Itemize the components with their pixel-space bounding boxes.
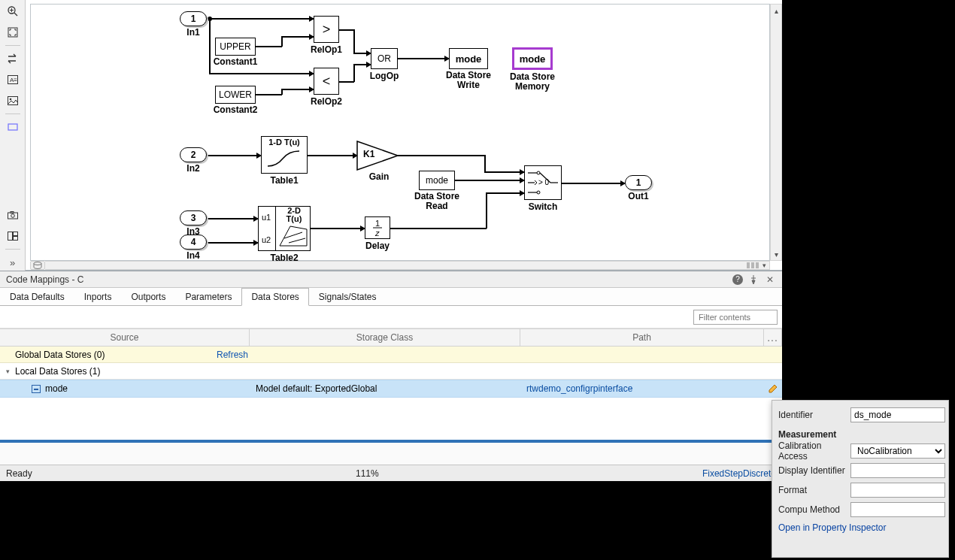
tab-signals-states[interactable]: Signals/States bbox=[309, 288, 387, 305]
calibration-label: Calibration Access bbox=[778, 440, 846, 462]
svg-rect-13 bbox=[8, 232, 12, 241]
text-table1: 1-D T(u) bbox=[262, 137, 307, 147]
port-in4[interactable]: 4 bbox=[180, 235, 207, 250]
block-table2[interactable]: u1 u2 2-D T(u) bbox=[258, 206, 311, 251]
tab-data-defaults[interactable]: Data Defaults bbox=[0, 288, 74, 305]
text-box-icon[interactable]: A≡ bbox=[4, 71, 22, 88]
label-table1: Table1 bbox=[264, 175, 305, 186]
block-dswrite[interactable]: mode bbox=[449, 48, 488, 69]
tab-inports[interactable]: Inports bbox=[74, 288, 122, 305]
svg-line-1 bbox=[14, 13, 17, 16]
block-dsread[interactable]: mode bbox=[419, 171, 455, 190]
svg-text:1: 1 bbox=[375, 219, 380, 228]
svg-rect-15 bbox=[13, 237, 17, 241]
property-popup: Identifier Measurement Calibration Acces… bbox=[772, 400, 949, 558]
app-window: A≡ » 1 In1 UPPER Constant1 LOWER Constan… bbox=[0, 0, 782, 481]
block-delay[interactable]: 1z bbox=[365, 216, 390, 239]
section-global-label: Global Data Stores (0) bbox=[15, 350, 105, 360]
section-global[interactable]: Global Data Stores (0) Refresh bbox=[0, 347, 782, 363]
block-gain[interactable] bbox=[356, 140, 401, 171]
datastore-icon[interactable] bbox=[30, 261, 45, 270]
svg-text:z: z bbox=[374, 229, 380, 238]
port-in3[interactable]: 3 bbox=[180, 210, 207, 226]
svg-line-24 bbox=[280, 226, 290, 246]
label-dsmem: Data Store Memory bbox=[508, 72, 557, 92]
text-u2: u2 bbox=[262, 235, 271, 244]
port-out1[interactable]: 1 bbox=[625, 175, 652, 190]
refresh-link[interactable]: Refresh bbox=[217, 350, 248, 360]
svg-point-8 bbox=[9, 98, 11, 101]
label-out1: Out1 bbox=[626, 191, 651, 201]
col-storage[interactable]: Storage Class bbox=[250, 329, 520, 346]
label-delay: Delay bbox=[362, 241, 393, 251]
edit-button[interactable] bbox=[764, 383, 782, 394]
help-icon[interactable]: ? bbox=[732, 274, 743, 285]
svg-rect-9 bbox=[8, 124, 17, 130]
calibration-select[interactable]: NoCalibration bbox=[850, 443, 945, 459]
pin-icon[interactable] bbox=[747, 274, 759, 286]
port-num: 1 bbox=[636, 177, 641, 188]
cell-path[interactable]: rtwdemo_configrpinterface bbox=[520, 383, 764, 394]
rect-icon[interactable] bbox=[4, 119, 22, 135]
tab-parameters[interactable]: Parameters bbox=[175, 288, 241, 305]
model-canvas[interactable]: 1 In1 UPPER Constant1 LOWER Constant2 > … bbox=[30, 4, 770, 261]
datastore-row-icon bbox=[32, 385, 41, 393]
block-dsmemory[interactable]: mode bbox=[512, 47, 553, 70]
filter-row bbox=[0, 306, 782, 328]
block-table1[interactable]: 1-D T(u) bbox=[261, 136, 308, 174]
block-relop2[interactable]: < bbox=[314, 68, 339, 95]
canvas-vscroll[interactable]: ▴▾ bbox=[770, 4, 782, 261]
table-row[interactable]: mode Model default: ExportedGlobal rtwde… bbox=[0, 380, 782, 398]
collapse-icon[interactable]: » bbox=[4, 254, 22, 271]
measurement-heading: Measurement bbox=[778, 429, 945, 440]
status-solver[interactable]: FixedStepDiscrete bbox=[702, 468, 776, 479]
open-inspector-link[interactable]: Open in Property Inspector bbox=[778, 522, 886, 533]
scroll-down-icon[interactable]: ▾ bbox=[771, 248, 781, 260]
block-logop[interactable]: OR bbox=[371, 48, 398, 69]
cell-source: mode bbox=[0, 383, 250, 394]
section-local[interactable]: ▾ Local Data Stores (1) bbox=[0, 363, 782, 380]
format-input[interactable] bbox=[850, 483, 945, 498]
close-icon[interactable]: ✕ bbox=[764, 274, 776, 286]
port-in1[interactable]: 1 bbox=[180, 11, 207, 26]
label-relop2: RelOp2 bbox=[305, 96, 348, 107]
col-source[interactable]: Source bbox=[0, 329, 250, 346]
swap-icon[interactable] bbox=[4, 50, 22, 67]
fit-view-icon[interactable] bbox=[4, 24, 22, 41]
compu-method-input[interactable] bbox=[850, 502, 945, 517]
block-relop1[interactable]: > bbox=[314, 16, 339, 43]
svg-point-20 bbox=[537, 191, 540, 194]
text-constant2: LOWER bbox=[219, 89, 252, 100]
text-dswrite: mode bbox=[456, 53, 482, 65]
filter-input[interactable] bbox=[693, 310, 778, 325]
canvas-hscroll[interactable]: ▾ bbox=[45, 261, 770, 270]
col-path[interactable]: Path bbox=[520, 329, 764, 346]
port-in2[interactable]: 2 bbox=[180, 147, 207, 162]
identifier-input[interactable] bbox=[850, 407, 945, 422]
tab-outports[interactable]: Outports bbox=[121, 288, 175, 305]
grid-header: Source Storage Class Path ... bbox=[0, 328, 782, 347]
label-dsread: Data Store Read bbox=[411, 192, 462, 211]
canvas-bottom-bar: ▾ bbox=[30, 261, 770, 270]
zoom-in-icon[interactable] bbox=[4, 3, 22, 20]
display-identifier-input[interactable] bbox=[850, 463, 945, 478]
image-icon[interactable] bbox=[4, 92, 22, 109]
panel-icon[interactable] bbox=[4, 228, 22, 244]
text-logop: OR bbox=[377, 53, 391, 64]
camera-icon[interactable] bbox=[4, 207, 22, 223]
block-constant1[interactable]: UPPER bbox=[215, 38, 256, 56]
tab-data-stores[interactable]: Data Stores bbox=[241, 288, 308, 306]
label-gain: Gain bbox=[365, 171, 393, 182]
block-constant2[interactable]: LOWER bbox=[215, 86, 256, 104]
text-relop2: < bbox=[323, 74, 331, 89]
label-in1: In1 bbox=[181, 27, 205, 38]
svg-point-18 bbox=[537, 171, 540, 174]
scroll-up-icon[interactable]: ▴ bbox=[771, 5, 781, 17]
code-mappings-tabs: Data DefaultsInportsOutportsParametersDa… bbox=[0, 288, 782, 306]
text-u1: u1 bbox=[262, 213, 271, 222]
text-constant1: UPPER bbox=[220, 41, 250, 52]
block-switch[interactable]: > 0 bbox=[524, 165, 562, 200]
code-mappings-pane: Code Mappings - C ? ✕ Data DefaultsInpor… bbox=[0, 271, 782, 465]
col-more[interactable]: ... bbox=[764, 329, 782, 346]
text-relop1: > bbox=[323, 22, 331, 38]
